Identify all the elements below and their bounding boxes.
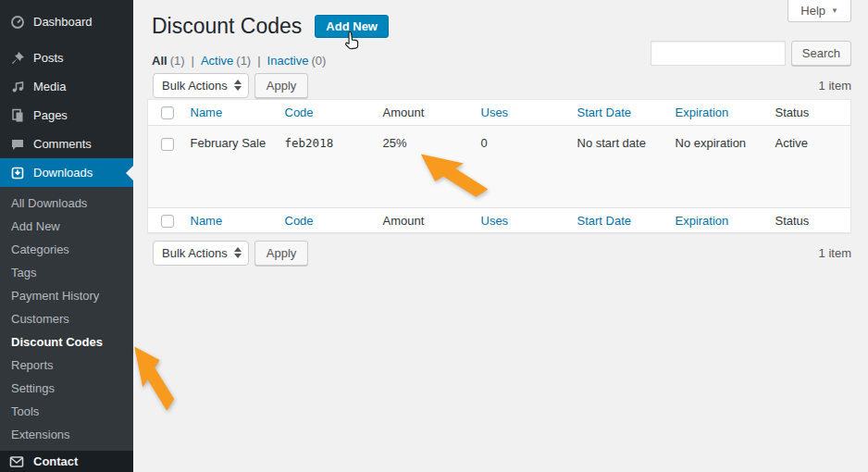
select-all-checkbox[interactable]	[161, 215, 174, 228]
submenu-item-add-new[interactable]: Add New	[0, 215, 133, 238]
wordpress-admin: Dashboard Posts Media Pages	[0, 0, 868, 472]
page-header: Discount Codes Add New	[152, 13, 389, 39]
discount-codes-table: Name Code Amount Uses Start Date Expirat…	[147, 99, 851, 233]
filter-separator: |	[257, 54, 260, 68]
search-input[interactable]	[651, 41, 786, 66]
submenu-item-extensions[interactable]: Extensions	[0, 423, 133, 446]
select-stepper-icon	[234, 247, 242, 258]
chevron-down-icon: ▼	[831, 6, 838, 15]
sidebar-item-comments[interactable]: Comments	[0, 130, 133, 158]
column-header-amount: Amount	[383, 106, 425, 119]
sidebar-menu: Dashboard Posts Media Pages	[0, 0, 133, 187]
comments-icon	[9, 136, 25, 152]
column-header-status: Status	[775, 106, 810, 119]
discount-uses: 0	[481, 136, 488, 150]
apply-button[interactable]: Apply	[254, 73, 309, 98]
table-toolbar-bottom: Bulk Actions Apply 1 item	[147, 240, 851, 266]
sidebar-item-posts[interactable]: Posts	[0, 43, 133, 72]
sidebar-item-pages[interactable]: Pages	[0, 101, 133, 130]
discount-amount: 25%	[383, 136, 407, 150]
sidebar-item-contact[interactable]: Contact	[0, 451, 133, 472]
sidebar-item-label: Media	[33, 80, 66, 93]
column-footer-expiration[interactable]: Expiration	[676, 214, 729, 228]
sidebar-separator	[0, 36, 133, 43]
submenu-item-tools[interactable]: Tools	[0, 400, 133, 423]
sidebar-item-label: Posts	[33, 51, 64, 65]
item-count: 1 item	[819, 246, 851, 260]
add-new-button[interactable]: Add New	[315, 15, 389, 38]
filter-active-count: (1)	[236, 54, 251, 68]
pages-icon	[9, 107, 25, 123]
column-header-start-date[interactable]: Start Date	[577, 106, 632, 119]
table-footer-row: Name Code Amount Uses Start Date Expirat…	[148, 208, 851, 233]
column-header-name[interactable]: Name	[191, 106, 223, 119]
column-footer-code[interactable]: Code	[285, 214, 314, 228]
discount-code: feb2018	[285, 136, 334, 150]
column-footer-start-date[interactable]: Start Date	[577, 214, 632, 228]
filter-all[interactable]: All	[152, 54, 167, 68]
bulk-actions-select[interactable]: Bulk Actions	[153, 73, 249, 98]
table-header-row: Name Code Amount Uses Start Date Expirat…	[148, 100, 851, 126]
envelope-icon	[9, 453, 25, 469]
page-title: Discount Codes	[152, 13, 302, 39]
sidebar-item-label: Dashboard	[33, 15, 93, 29]
download-icon	[9, 165, 25, 180]
help-label: Help	[800, 4, 825, 18]
column-header-expiration[interactable]: Expiration	[676, 106, 729, 119]
column-footer-uses[interactable]: Uses	[481, 214, 509, 228]
column-footer-status: Status	[775, 214, 810, 228]
active-item-notch	[126, 166, 133, 180]
submenu-item-reports[interactable]: Reports	[0, 354, 133, 377]
media-icon	[9, 79, 25, 94]
select-stepper-icon	[234, 80, 242, 91]
bulk-actions-select[interactable]: Bulk Actions	[153, 241, 249, 266]
filter-separator: |	[192, 54, 194, 68]
submenu-item-payment-history[interactable]: Payment History	[0, 284, 133, 307]
column-header-code[interactable]: Code	[285, 106, 314, 119]
submenu-item-discount-codes[interactable]: Discount Codes	[0, 330, 133, 354]
sidebar-item-media[interactable]: Media	[0, 72, 133, 101]
bulk-actions-label: Bulk Actions	[162, 79, 228, 93]
pin-icon	[9, 50, 25, 66]
status-badge: Active	[775, 136, 808, 150]
submenu-item-all-downloads[interactable]: All Downloads	[0, 192, 133, 215]
filter-all-count: (1)	[170, 54, 185, 68]
status-filters: All(1)|Active(1)|Inactive(0)	[152, 54, 326, 68]
sidebar-item-label: Contact	[33, 454, 78, 468]
apply-button[interactable]: Apply	[254, 241, 309, 266]
sidebar-item-label: Downloads	[33, 166, 93, 180]
sidebar-item-downloads[interactable]: Downloads	[0, 158, 133, 187]
sidebar-item-label: Comments	[33, 137, 92, 151]
row-checkbox[interactable]	[161, 138, 174, 151]
discount-start-date: No start date	[577, 136, 646, 150]
downloads-submenu: All Downloads Add New Categories Tags Pa…	[0, 187, 133, 451]
submenu-item-tags[interactable]: Tags	[0, 261, 133, 284]
submenu-item-categories[interactable]: Categories	[0, 238, 133, 261]
search-button[interactable]: Search	[791, 41, 851, 66]
search-area: Search	[651, 41, 851, 66]
content-area: Help ▼ Discount Codes Add New Search All…	[133, 0, 868, 472]
sidebar-item-label: Pages	[33, 108, 68, 122]
dashboard-icon	[9, 14, 25, 30]
filter-inactive-count: (0)	[311, 54, 326, 68]
admin-sidebar: Dashboard Posts Media Pages	[0, 0, 133, 472]
column-footer-amount: Amount	[383, 214, 425, 228]
bulk-actions-label: Bulk Actions	[162, 246, 228, 260]
submenu-item-settings[interactable]: Settings	[0, 377, 133, 400]
filter-inactive[interactable]: Inactive	[267, 54, 309, 68]
help-dropdown[interactable]: Help ▼	[787, 0, 851, 22]
column-footer-name[interactable]: Name	[191, 214, 223, 228]
discount-expiration: No expiration	[676, 136, 747, 150]
item-count: 1 item	[819, 79, 851, 93]
table-row[interactable]: February Sale feb2018 25% 0 No start dat…	[148, 126, 851, 208]
table-toolbar-top: Bulk Actions Apply 1 item	[147, 72, 851, 98]
submenu-item-customers[interactable]: Customers	[0, 307, 133, 330]
sidebar-item-dashboard[interactable]: Dashboard	[0, 7, 133, 36]
discount-name: February Sale	[191, 136, 267, 150]
select-all-checkbox[interactable]	[161, 106, 174, 119]
filter-active[interactable]: Active	[201, 54, 233, 68]
column-header-uses[interactable]: Uses	[481, 106, 509, 119]
